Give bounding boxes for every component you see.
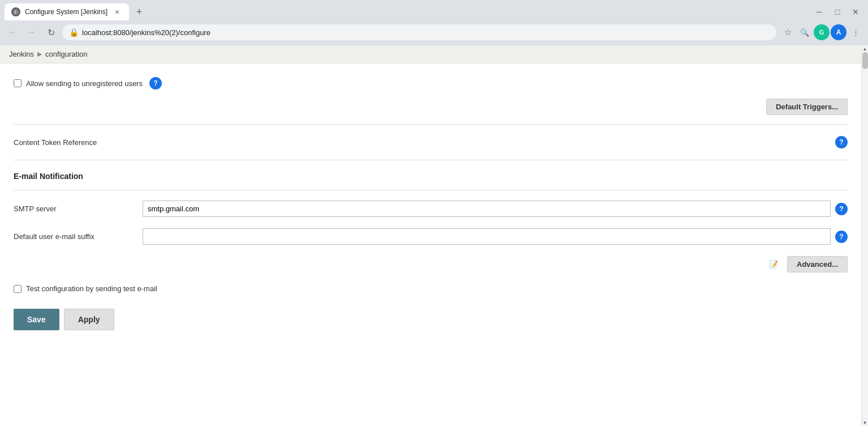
- minimize-icon: ─: [817, 7, 822, 16]
- smtp-server-row: SMTP server ?: [14, 195, 848, 223]
- save-button[interactable]: Save: [14, 309, 59, 330]
- default-triggers-row: Default Triggers...: [14, 94, 848, 120]
- reload-button[interactable]: ↻: [43, 24, 59, 40]
- test-config-label: Test configuration by sending test e-mai…: [26, 284, 157, 293]
- apply-button[interactable]: Apply: [64, 309, 114, 330]
- default-suffix-input[interactable]: [143, 228, 831, 245]
- email-notification-heading: E-mail Notification: [14, 165, 848, 185]
- scrollbar-thumb[interactable]: [862, 52, 868, 69]
- section-divider-2: [14, 160, 848, 160]
- content-token-row: Content Token Reference ?: [14, 129, 848, 155]
- browser-menu-button[interactable]: ⋮: [848, 24, 863, 40]
- close-window-button[interactable]: ✕: [848, 4, 863, 20]
- url-bar[interactable]: 🔒: [62, 24, 776, 40]
- back-icon: ←: [8, 27, 17, 37]
- scrollbar-up-button[interactable]: ▲: [862, 45, 869, 52]
- default-suffix-label: Default user e-mail suffix: [14, 232, 138, 241]
- forward-icon: →: [27, 27, 36, 37]
- content-token-label: Content Token Reference: [14, 138, 97, 147]
- test-config-row: Test configuration by sending test e-mai…: [14, 278, 848, 300]
- default-suffix-help-icon[interactable]: ?: [835, 231, 848, 243]
- scrollbar-track[interactable]: [862, 52, 869, 419]
- maximize-button[interactable]: □: [830, 4, 845, 20]
- smtp-server-help-icon[interactable]: ?: [835, 203, 848, 215]
- profile-button[interactable]: A: [831, 24, 846, 40]
- maximize-icon: □: [835, 7, 840, 16]
- minimize-button[interactable]: ─: [811, 4, 827, 20]
- default-suffix-row: Default user e-mail suffix ?: [14, 223, 848, 250]
- menu-icon: ⋮: [852, 28, 860, 37]
- lock-icon: 🔒: [69, 28, 79, 37]
- close-window-icon: ✕: [852, 7, 859, 16]
- star-icon: ☆: [784, 27, 792, 37]
- breadcrumb: Jenkins ▶ configuration: [0, 45, 861, 63]
- action-buttons-row: Save Apply: [14, 300, 848, 339]
- breadcrumb-root[interactable]: Jenkins: [9, 50, 34, 58]
- advanced-row: 📝 Advanced...: [14, 250, 848, 278]
- tab-close-button[interactable]: ×: [112, 7, 122, 17]
- tab-title: Configure System [Jenkins]: [25, 8, 108, 16]
- jenkins-page: Jenkins ▶ configuration Allow sending to…: [0, 45, 861, 426]
- breadcrumb-separator: ▶: [37, 50, 42, 58]
- form-content: Allow sending to unregistered users ? De…: [0, 63, 861, 348]
- grammarly-button[interactable]: G: [814, 24, 830, 40]
- scrollbar-down-button[interactable]: ▼: [862, 419, 869, 426]
- allow-sending-help-icon[interactable]: ?: [149, 77, 162, 90]
- default-triggers-button[interactable]: Default Triggers...: [766, 99, 848, 115]
- back-button[interactable]: ←: [5, 24, 20, 40]
- new-tab-button[interactable]: +: [131, 4, 147, 20]
- breadcrumb-current: configuration: [45, 50, 87, 58]
- bookmark-button[interactable]: ☆: [780, 24, 796, 40]
- zoom-icon: 🔍: [800, 28, 809, 37]
- url-input[interactable]: [82, 28, 770, 37]
- section-divider-3: [14, 190, 848, 190]
- scroll-down-icon: ▼: [863, 420, 867, 425]
- scroll-up-icon: ▲: [863, 46, 867, 52]
- tab-favicon: J: [11, 7, 20, 16]
- browser-tab[interactable]: J Configure System [Jenkins] ×: [5, 3, 129, 20]
- smtp-server-input[interactable]: [143, 201, 831, 217]
- allow-sending-label[interactable]: Allow sending to unregistered users: [14, 79, 143, 88]
- allow-sending-row: Allow sending to unregistered users ?: [14, 73, 848, 94]
- allow-sending-checkbox[interactable]: [14, 79, 22, 87]
- test-config-checkbox[interactable]: [14, 285, 22, 293]
- section-divider-1: [14, 124, 848, 125]
- smtp-server-label: SMTP server: [14, 205, 138, 213]
- svg-text:J: J: [14, 10, 16, 14]
- zoom-button[interactable]: 🔍: [797, 24, 813, 40]
- notepad-icon: 📝: [764, 255, 783, 273]
- address-bar: ← → ↻ 🔒 ☆ 🔍 G A ⋮: [0, 20, 868, 45]
- reload-icon: ↻: [48, 27, 55, 38]
- scrollbar[interactable]: ▲ ▼: [861, 45, 868, 426]
- forward-button[interactable]: →: [24, 24, 40, 40]
- advanced-button[interactable]: Advanced...: [787, 256, 848, 272]
- content-token-help-icon[interactable]: ?: [835, 136, 848, 148]
